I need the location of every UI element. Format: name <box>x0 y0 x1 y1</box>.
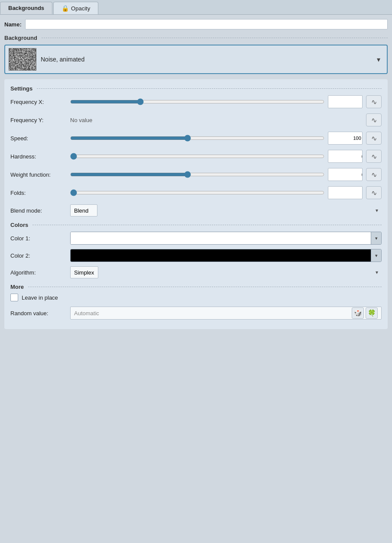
frequency-x-label: Frequency X: <box>10 99 67 105</box>
hardness-value[interactable] <box>328 153 363 160</box>
opacity-icon: 🔒 <box>62 5 69 12</box>
weight-function-slider-wrapper <box>70 169 324 180</box>
leave-in-place-label: Leave in place <box>22 294 58 301</box>
speed-slider[interactable] <box>70 135 324 142</box>
frequency-x-spinbox: ▲ ▼ <box>328 95 363 108</box>
settings-panel: Settings Frequency X: ▲ ▼ ∿ Frequency <box>4 79 388 329</box>
tab-opacity[interactable]: 🔒 Opacity <box>53 2 98 14</box>
name-label: Name: <box>4 21 22 28</box>
frequency-x-slider-wrapper <box>70 97 324 107</box>
tab-bar: Backgrounds 🔒 Opacity <box>0 0 392 15</box>
blend-mode-row: Blend mode: Blend Normal Multiply Screen… <box>10 204 382 217</box>
color1-row: Color 1: ▾ <box>10 232 382 245</box>
random-value-input-wrapper: Automatic 🎲 🍀 <box>70 307 382 320</box>
frequency-y-wave-btn[interactable]: ∿ <box>366 113 382 126</box>
color2-row: Color 2: ▾ <box>10 249 382 262</box>
hardness-slider-wrapper <box>70 151 324 162</box>
folds-row: Folds: ▲ ▼ ∿ <box>10 186 382 199</box>
speed-wave-btn[interactable]: ∿ <box>366 132 382 145</box>
random-value-label: Random value: <box>10 310 67 317</box>
weight-function-value[interactable] <box>328 171 363 178</box>
random-value-placeholder: Automatic <box>74 310 352 317</box>
frequency-x-row: Frequency X: ▲ ▼ ∿ <box>10 95 382 108</box>
random-icons: 🎲 🍀 <box>352 307 378 319</box>
frequency-y-no-value: No value <box>70 117 363 123</box>
blend-mode-label: Blend mode: <box>10 207 67 214</box>
leave-in-place-row: Leave in place <box>10 294 382 301</box>
frequency-x-wave-btn[interactable]: ∿ <box>366 95 382 108</box>
folds-value[interactable] <box>328 190 363 196</box>
color2-dropdown-btn[interactable]: ▾ <box>371 249 381 262</box>
weight-function-row: Weight function: ▲ ▼ ∿ <box>10 168 382 181</box>
weight-function-spinbox: ▲ ▼ <box>328 168 363 181</box>
background-panel: Noise, animated ▾ <box>4 45 388 74</box>
hardness-spinbox: ▲ ▼ <box>328 150 363 163</box>
hardness-label: Hardness: <box>10 153 67 160</box>
background-type-dropdown-arrow[interactable]: ▾ <box>374 55 383 64</box>
random-value-row: Random value: Automatic 🎲 🍀 <box>10 307 382 320</box>
speed-row: Speed: ▲ ▼ ∿ <box>10 132 382 145</box>
color1-swatch[interactable] <box>71 232 371 244</box>
background-type-wrapper: Noise, animated ▾ <box>41 55 383 64</box>
folds-slider[interactable] <box>70 189 324 196</box>
folds-label: Folds: <box>10 190 67 196</box>
main-content: Name: Background Noise, animated ▾ Setti… <box>0 15 392 333</box>
blend-mode-dropdown-wrapper: Blend Normal Multiply Screen Overlay <box>70 204 382 217</box>
folds-slider-wrapper <box>70 187 324 198</box>
color1-label: Color 1: <box>10 235 67 242</box>
background-type-text: Noise, animated <box>41 56 374 63</box>
settings-section-header: Settings <box>10 85 382 92</box>
tab-opacity-label: Opacity <box>71 5 90 12</box>
weight-function-slider[interactable] <box>70 171 324 178</box>
hardness-slider[interactable] <box>70 153 324 160</box>
algorithm-select[interactable]: Simplex Perlin Value <box>70 266 98 278</box>
color2-swatch[interactable] <box>71 249 371 262</box>
color1-picker[interactable]: ▾ <box>70 232 382 245</box>
colors-section-header: Colors <box>10 222 382 228</box>
speed-spinbox: ▲ ▼ <box>328 132 363 145</box>
name-input[interactable] <box>25 19 388 29</box>
frequency-x-value[interactable] <box>328 99 363 105</box>
dice-button[interactable]: 🎲 <box>352 307 364 319</box>
background-thumbnail <box>9 48 36 71</box>
algorithm-dropdown-wrapper: Simplex Perlin Value <box>70 266 382 278</box>
tab-backgrounds-label: Backgrounds <box>8 5 44 11</box>
more-section: More Leave in place Random value: Automa… <box>10 284 382 320</box>
color2-label: Color 2: <box>10 252 67 259</box>
leave-in-place-checkbox[interactable] <box>10 294 18 301</box>
folds-spinbox: ▲ ▼ <box>328 186 363 199</box>
speed-value[interactable] <box>328 136 363 141</box>
hardness-row: Hardness: ▲ ▼ ∿ <box>10 150 382 163</box>
weight-function-label: Weight function: <box>10 171 67 178</box>
tab-backgrounds[interactable]: Backgrounds <box>0 2 52 14</box>
speed-slider-wrapper <box>70 133 324 143</box>
color1-dropdown-btn[interactable]: ▾ <box>371 232 381 244</box>
clover-button[interactable]: 🍀 <box>366 307 378 319</box>
frequency-x-slider[interactable] <box>70 98 324 105</box>
frequency-y-label: Frequency Y: <box>10 117 67 123</box>
algorithm-row: Algorithm: Simplex Perlin Value <box>10 266 382 278</box>
hardness-wave-btn[interactable]: ∿ <box>366 150 382 163</box>
more-section-header: More <box>10 284 382 290</box>
frequency-y-row: Frequency Y: No value ∿ <box>10 113 382 126</box>
speed-label: Speed: <box>10 135 67 142</box>
weight-function-wave-btn[interactable]: ∿ <box>366 168 382 181</box>
folds-wave-btn[interactable]: ∿ <box>366 186 382 199</box>
blend-mode-select[interactable]: Blend Normal Multiply Screen Overlay <box>70 204 97 217</box>
name-row: Name: <box>4 19 388 29</box>
algorithm-label: Algorithm: <box>10 269 67 276</box>
background-section-header: Background <box>4 35 388 41</box>
color2-picker[interactable]: ▾ <box>70 249 382 262</box>
